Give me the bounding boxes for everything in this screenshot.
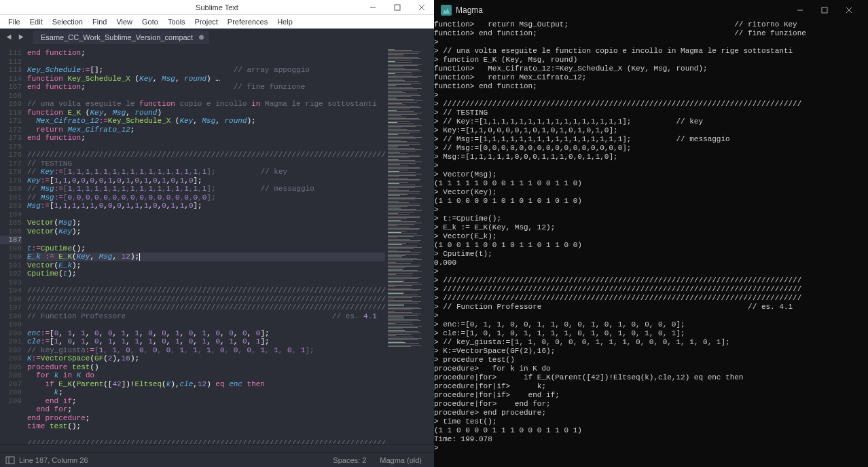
code-area[interactable]: end function;Key_Schedule:=[]; // array … [27,46,385,444]
close-button[interactable] [410,0,434,15]
menu-project[interactable]: Project [191,16,222,27]
file-tab-label: Esame_CC_Work_Sublime_Version_compact [41,33,193,41]
maximize-button[interactable] [385,0,410,15]
magma-title: Magma [456,5,483,15]
menu-file[interactable]: File [4,16,24,27]
svg-rect-7 [822,7,827,13]
sublime-window: Sublime Text File Edit Selection Find Vi… [0,0,434,467]
sublime-titlebar[interactable]: Sublime Text [0,0,434,15]
sublime-tab-row: ◄ ► Esame_CC_Work_Sublime_Version_compac… [0,29,434,46]
menu-goto[interactable]: Goto [138,16,162,27]
horizontal-scrollbar[interactable] [0,444,434,452]
svg-rect-4 [6,457,14,464]
menu-find[interactable]: Find [88,16,111,27]
magma-maximize-button[interactable] [812,0,837,20]
history-forward-icon[interactable]: ► [16,33,26,42]
menu-edit[interactable]: Edit [26,16,47,27]
status-spaces[interactable]: Spaces: 2 [326,456,373,464]
minimap[interactable] [385,46,434,444]
sublime-title: Sublime Text [196,3,238,12]
magma-terminal[interactable]: function> return Msg_Output; // ritorno … [434,20,868,467]
sublime-editor[interactable]: 1111121131141671681691101711721731751761… [0,46,434,444]
history-back-icon[interactable]: ◄ [4,33,14,42]
magma-app-icon [441,5,452,16]
magma-titlebar[interactable]: Magma [434,0,868,20]
file-tab[interactable]: Esame_CC_Work_Sublime_Version_compact [33,31,209,44]
dirty-indicator-icon [199,35,204,40]
menu-view[interactable]: View [112,16,137,27]
menu-help[interactable]: Help [273,16,297,27]
menu-preferences[interactable]: Preferences [223,16,272,27]
menu-selection[interactable]: Selection [48,16,87,27]
line-number-gutter: 1111121131141671681691101711721731751761… [0,46,27,444]
magma-minimize-button[interactable] [788,0,812,20]
svg-rect-1 [395,5,400,10]
sidebar-toggle-icon[interactable] [5,455,15,465]
status-syntax[interactable]: Magma (old) [373,456,429,464]
sublime-menubar: File Edit Selection Find View Goto Tools… [0,15,434,29]
sublime-statusbar: Line 187, Column 26 Spaces: 2 Magma (old… [0,452,434,467]
minimize-button[interactable] [361,0,385,15]
menu-tools[interactable]: Tools [164,16,189,27]
magma-close-button[interactable] [837,0,861,20]
status-cursor-pos[interactable]: Line 187, Column 26 [19,456,88,464]
magma-window: Magma function> return Msg_Output; // ri… [434,0,868,467]
